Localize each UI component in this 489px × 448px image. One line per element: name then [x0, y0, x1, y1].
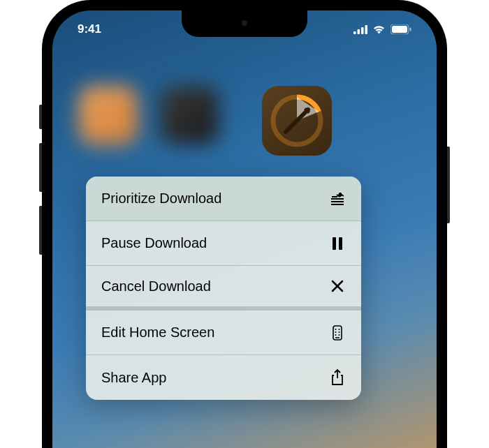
home-screen-icon: [329, 324, 346, 341]
status-time: 9:41: [78, 22, 101, 36]
phone-frame: 9:41: [42, 0, 447, 448]
svg-rect-2: [361, 27, 364, 34]
blurred-app-2: [160, 86, 219, 144]
menu-item-edit-home-screen[interactable]: Edit Home Screen: [86, 311, 361, 355]
status-icons: [353, 24, 411, 34]
menu-item-cancel-download[interactable]: Cancel Download: [86, 266, 361, 311]
phone-screen: 9:41: [52, 10, 437, 448]
menu-item-label: Share App: [101, 370, 166, 386]
menu-item-label: Pause Download: [101, 235, 207, 251]
pause-icon: [329, 235, 346, 252]
side-buttons-right: [447, 147, 450, 223]
mute-switch[interactable]: [39, 105, 42, 129]
svg-point-22: [339, 334, 340, 336]
prioritize-icon: [329, 191, 346, 207]
background-apps: [79, 86, 219, 144]
svg-rect-5: [392, 26, 407, 33]
side-buttons-left: [39, 105, 42, 269]
svg-rect-12: [333, 237, 336, 250]
power-button[interactable]: [447, 147, 450, 223]
svg-point-17: [335, 329, 337, 330]
wifi-icon: [372, 24, 386, 34]
svg-point-21: [335, 334, 337, 336]
blurred-app-1: [79, 86, 138, 144]
volume-down-button[interactable]: [39, 206, 42, 255]
notch: [182, 10, 307, 37]
share-icon: [329, 369, 346, 386]
svg-point-18: [339, 329, 340, 330]
downloading-app-icon[interactable]: [262, 86, 332, 156]
cellular-signal-icon: [353, 25, 367, 34]
download-progress-icon: [267, 91, 327, 151]
cancel-icon: [329, 278, 346, 294]
menu-item-share-app[interactable]: Share App: [86, 355, 361, 400]
svg-rect-0: [353, 31, 356, 34]
volume-up-button[interactable]: [39, 143, 42, 192]
menu-item-label: Edit Home Screen: [101, 324, 214, 341]
svg-rect-1: [358, 29, 360, 34]
menu-item-label: Cancel Download: [101, 278, 211, 294]
menu-item-prioritize-download[interactable]: Prioritize Download: [86, 177, 361, 221]
svg-point-20: [339, 331, 340, 333]
svg-rect-6: [410, 28, 411, 31]
menu-item-pause-download[interactable]: Pause Download: [86, 221, 361, 266]
svg-rect-13: [339, 237, 342, 250]
context-menu: Prioritize Download Pause Download: [86, 177, 361, 400]
svg-rect-3: [365, 25, 368, 34]
menu-item-label: Prioritize Download: [101, 191, 221, 207]
svg-point-19: [335, 331, 337, 333]
battery-icon: [391, 24, 411, 34]
